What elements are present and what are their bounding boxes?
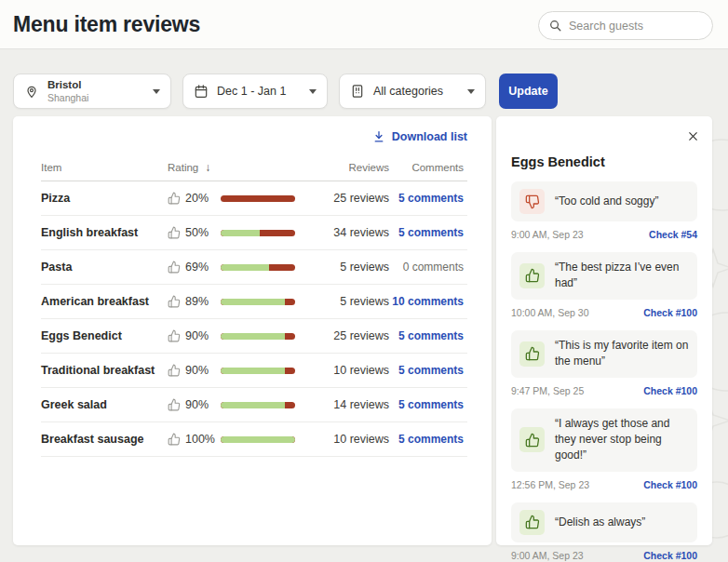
rating-cell: 90% [168,364,305,377]
rating-bar [221,368,295,374]
column-header-item: Item [41,162,168,173]
item-name: Breakfast sausage [41,433,168,446]
thumb-down-icon [519,189,545,214]
item-name: American breakfast [41,295,168,308]
chevron-down-icon [309,89,317,94]
item-name: Traditional breakfast [41,364,168,377]
search-icon [548,19,562,33]
comment-timestamp: 12:56 PM, Sep 23 [511,479,589,490]
sort-descending-icon[interactable]: ↓ [205,161,210,174]
comment-timestamp: 10:00 AM, Sep 30 [511,307,588,318]
item-detail-panel: Eggs Benedict “Too cold and soggy” 9:00 … [496,116,712,545]
check-link[interactable]: Check #54 [649,229,697,240]
table-row[interactable]: Breakfast sausage 100% 10 reviews 5 comm… [41,422,467,457]
column-header-rating: Rating [168,162,198,173]
rating-bar [221,230,295,236]
comment-timestamp: 9:00 AM, Sep 23 [511,229,584,240]
comment-quote: “Delish as always” [555,515,645,530]
comments-link[interactable]: 10 comments [389,295,464,308]
table-row[interactable]: English breakfast 50% 34 reviews 5 comme… [41,216,467,250]
comment-quote: “I always get those and they never stop … [555,416,689,464]
rating-cell: 20% [168,192,305,205]
reviews-table-card: Download list Item Rating ↓ Reviews Comm… [13,116,492,545]
table-row[interactable]: Greek salad 90% 14 reviews 5 comments [41,388,467,422]
rating-bar [221,333,295,340]
rating-percent: 50% [185,226,216,239]
thumb-up-icon [519,510,545,535]
category-filter[interactable]: All categories [339,74,486,109]
comment-timestamp: 9:00 AM, Sep 23 [511,550,584,561]
update-button[interactable]: Update [499,74,558,109]
comment-quote: “This is my favorite item on the menu” [555,338,689,370]
category-value: All categories [373,85,443,98]
location-filter[interactable]: Bristol Shanghai [13,74,171,109]
comments-link[interactable]: 0 comments [389,261,464,274]
rating-cell: 50% [168,226,305,239]
rating-percent: 69% [185,261,216,274]
menu-category-icon [350,84,365,99]
rating-bar [221,402,295,408]
reviews-count: 10 reviews [305,433,389,446]
comment-quote: “Too cold and soggy” [555,194,658,209]
comments-link[interactable]: 5 comments [389,398,464,411]
rating-bar [221,299,295,305]
thumb-up-icon [168,433,181,446]
download-list-button[interactable]: Download list [13,116,492,154]
comment-timestamp: 9:47 PM, Sep 25 [511,385,584,396]
download-label: Download list [392,130,467,143]
comment-card: “I always get those and they never stop … [511,408,697,472]
page-title: Menu item reviews [13,12,200,37]
table-row[interactable]: Eggs Benedict 90% 25 reviews 5 comments [41,319,467,354]
check-link[interactable]: Check #100 [643,307,697,318]
item-name: Eggs Benedict [41,329,168,342]
comments-link[interactable]: 5 comments [389,433,464,446]
calendar-icon [194,84,209,99]
thumb-up-icon [168,226,181,239]
reviews-table: Item Rating ↓ Reviews Comments Pizza 20%… [13,154,492,457]
column-header-reviews: Reviews [305,162,389,173]
chevron-down-icon [153,89,160,94]
thumb-up-icon [168,364,181,377]
search-input[interactable] [569,20,703,33]
date-range-value: Dec 1 - Jan 1 [217,85,286,98]
check-link[interactable]: Check #100 [643,479,697,490]
rating-percent: 100% [185,433,216,446]
rating-percent: 90% [185,364,216,377]
table-row[interactable]: Pizza 20% 25 reviews 5 comments [41,181,467,216]
table-row[interactable]: Pasta 69% 5 reviews 0 comments [41,250,467,285]
comments-link[interactable]: 5 comments [389,192,464,205]
rating-cell: 89% [168,295,305,308]
table-row[interactable]: American breakfast 89% 5 reviews 10 comm… [41,285,467,319]
rating-cell: 90% [168,398,305,411]
comments-link[interactable]: 5 comments [389,329,464,342]
item-name: English breakfast [41,226,168,239]
item-name: Greek salad [41,398,168,411]
thumb-up-icon [168,295,181,308]
rating-bar [221,264,295,271]
reviews-count: 10 reviews [305,364,389,377]
thumb-up-icon [519,427,545,452]
check-link[interactable]: Check #100 [643,550,697,561]
date-range-filter[interactable]: Dec 1 - Jan 1 [182,74,328,109]
comments-link[interactable]: 5 comments [389,364,464,377]
rating-percent: 90% [185,398,216,411]
table-row[interactable]: Traditional breakfast 90% 10 reviews 5 c… [41,354,467,388]
check-link[interactable]: Check #100 [643,385,697,396]
chevron-down-icon [467,89,475,94]
rating-cell: 69% [168,261,305,274]
rating-bar [221,436,295,443]
close-icon[interactable] [684,127,701,144]
reviews-count: 5 reviews [305,261,389,274]
thumb-up-icon [168,398,181,411]
item-name: Pasta [41,261,168,274]
panel-title: Eggs Benedict [511,154,697,169]
thumb-up-icon [519,341,545,367]
rating-percent: 20% [185,192,216,205]
rating-percent: 90% [185,329,216,342]
location-pin-icon [24,84,39,99]
download-icon [372,130,385,143]
rating-cell: 100% [168,433,305,446]
guest-search[interactable] [538,11,713,40]
comments-link[interactable]: 5 comments [389,226,464,239]
rating-cell: 90% [168,329,305,342]
